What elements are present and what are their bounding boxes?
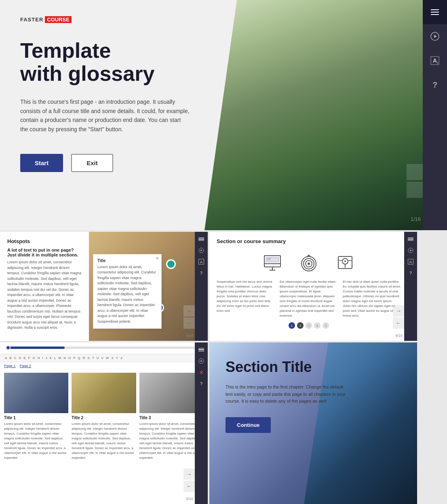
hero-section: FASTER COURSE Templatewith glossary This… — [0, 0, 447, 230]
alpha-T[interactable]: T — [91, 356, 95, 360]
tooltip-title: Title — [97, 258, 157, 263]
logo-course: COURSE — [45, 16, 72, 23]
alpha-D[interactable]: D — [18, 356, 22, 360]
alpha-J[interactable]: J — [45, 356, 48, 360]
summary-text-2: Est ullamcorper eget nulla facilisi etia… — [280, 279, 338, 318]
hotspots-next[interactable]: → — [183, 305, 195, 317]
summary-icons — [217, 250, 401, 275]
card-2-image — [72, 373, 136, 413]
tooltip-close-button[interactable]: ✕ — [156, 256, 159, 260]
glossary-tab-2[interactable]: Page 2 — [20, 364, 32, 368]
alpha-H[interactable]: H — [37, 356, 41, 360]
svg-point-19 — [308, 262, 310, 265]
hotspots-title: Hotspots — [7, 238, 82, 244]
font-button[interactable]: A — [423, 48, 447, 73]
page-dot-3[interactable]: 3 — [306, 322, 312, 329]
hero-description: This is the course's first page - an int… — [20, 97, 190, 134]
glossary-alphabet: A B C D E F G H I J K L M N O P Q R S T … — [0, 354, 208, 362]
hero-sidebar: A ? — [423, 0, 447, 230]
hotspots-help[interactable]: ? — [195, 267, 208, 279]
hotspots-play[interactable] — [195, 245, 208, 256]
hero-content: FASTER COURSE Templatewith glossary This… — [0, 0, 210, 230]
summary-counter: 9/16 — [395, 334, 403, 338]
alpha-M[interactable]: M — [58, 356, 62, 360]
alpha-L[interactable]: L — [53, 356, 57, 360]
hero-image — [205, 0, 423, 230]
summary-help[interactable]: ? — [404, 267, 417, 279]
page-dot-2[interactable]: 2 — [297, 322, 304, 329]
alpha-F[interactable]: F — [27, 356, 31, 360]
glossary-prev[interactable]: ← — [183, 481, 195, 492]
alpha-B[interactable]: B — [8, 356, 12, 360]
page-dot-5[interactable]: 5 — [323, 322, 329, 329]
play-button[interactable] — [423, 24, 447, 48]
hero-next-arrow[interactable]: → — [407, 164, 423, 180]
alpha-W[interactable]: W — [105, 356, 110, 360]
summary-pagination: 1 2 3 4 5 — [217, 322, 401, 329]
alpha-K[interactable]: K — [49, 356, 53, 360]
alpha-R[interactable]: R — [82, 356, 86, 360]
glossary-tabs: Page 1 Page 2 — [0, 362, 208, 370]
glossary-close[interactable]: ✕ — [195, 367, 208, 378]
glossary-header — [0, 342, 208, 354]
card-3-text: Lorem ipsum dolor sit amet, consectetur … — [139, 422, 204, 460]
alpha-Q[interactable]: Q — [77, 356, 81, 360]
glossary-tab-1[interactable]: Page 1 — [4, 364, 16, 368]
start-button[interactable]: Start — [20, 154, 63, 172]
hotspots-body: Lorem ipsum dolor sit amet, consectetur … — [7, 260, 82, 331]
glossary-next[interactable]: → — [183, 468, 195, 480]
glossary-panel: A B C D E F G H I J K L M N O P Q R S T … — [0, 342, 208, 504]
hotspots-font[interactable]: A — [195, 256, 208, 267]
alpha-Z[interactable]: Z — [120, 356, 123, 360]
summary-font[interactable]: A — [404, 256, 417, 267]
card-1-image — [4, 373, 68, 413]
glossary-counter: 0/16 — [186, 497, 193, 501]
glossary-cards: Title 1 Lorem ipsum dolor sit amet, cons… — [0, 370, 208, 464]
alpha-U[interactable]: U — [96, 356, 100, 360]
card-2-title: Title 2 — [72, 416, 136, 420]
hotspots-menu[interactable] — [195, 233, 208, 245]
glossary-nav: → ← — [183, 468, 195, 492]
exit-button[interactable]: Exit — [71, 154, 113, 172]
svg-text:A: A — [200, 260, 203, 264]
alpha-G[interactable]: G — [32, 356, 36, 360]
svg-point-23 — [344, 260, 346, 262]
summary-play[interactable] — [404, 245, 417, 256]
hotspots-sidebar: A ? — [195, 232, 208, 341]
summary-title: Section or course summary — [217, 238, 401, 244]
page-dot-1[interactable]: 1 — [289, 322, 295, 329]
help-button[interactable]: ? — [423, 73, 447, 97]
logo-faster: FASTER — [20, 17, 43, 23]
card-3-image — [139, 373, 204, 413]
alpha-Y[interactable]: Y — [115, 356, 119, 360]
continue-button[interactable]: Continue — [226, 417, 271, 433]
glossary-menu[interactable] — [195, 344, 208, 355]
glossary-play[interactable] — [195, 355, 208, 367]
alpha-E[interactable]: E — [23, 356, 26, 360]
hotspots-prev[interactable]: ← — [183, 317, 195, 329]
card-1-title: Title 1 — [4, 416, 68, 420]
logo: FASTER COURSE — [20, 16, 190, 23]
svg-marker-28 — [410, 250, 412, 252]
alpha-A[interactable]: A — [4, 356, 8, 360]
summary-next[interactable]: → — [393, 305, 404, 317]
tooltip-text: Lorem ipsum dolor sit amet, consectetur … — [97, 265, 157, 325]
summary-prev[interactable]: ← — [393, 317, 404, 329]
alpha-S[interactable]: S — [87, 356, 91, 360]
page-dot-4[interactable]: 4 — [314, 322, 320, 329]
alpha-C[interactable]: C — [13, 356, 17, 360]
alpha-I[interactable]: I — [42, 356, 44, 360]
hotspots-counter: 4/16 — [186, 334, 193, 338]
hotspots-nav: → ← — [183, 305, 195, 329]
alpha-N[interactable]: N — [63, 356, 67, 360]
glossary-card-1: Title 1 Lorem ipsum dolor sit amet, cons… — [4, 373, 68, 460]
hotspot-dot-4[interactable] — [166, 259, 176, 269]
alpha-X[interactable]: X — [111, 356, 114, 360]
alpha-V[interactable]: V — [101, 356, 104, 360]
summary-menu[interactable] — [404, 233, 417, 245]
hero-prev-arrow[interactable]: ← — [407, 182, 423, 198]
glossary-help[interactable]: ? — [195, 378, 208, 389]
alpha-P[interactable]: P — [72, 356, 76, 360]
menu-button[interactable] — [423, 0, 447, 24]
alpha-O[interactable]: O — [67, 356, 72, 360]
